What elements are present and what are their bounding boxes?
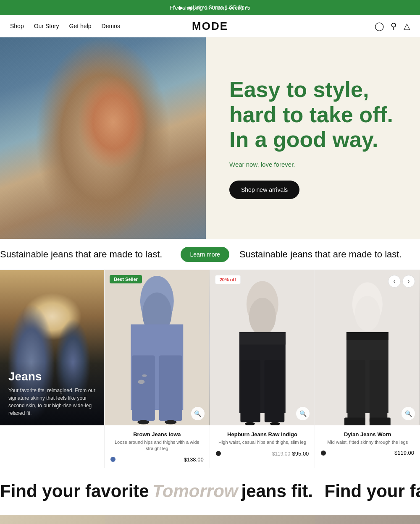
color-swatch-1[interactable] — [110, 457, 116, 462]
product-name-3: Dylan Jeans Worn — [321, 431, 414, 438]
svg-rect-25 — [348, 360, 365, 422]
text-banner-highlight-1: Tomorrow — [152, 481, 238, 501]
marquee-content: Sustainable jeans that are made to last.… — [0, 247, 410, 262]
svg-point-23 — [355, 296, 380, 331]
svg-point-19 — [245, 422, 255, 425]
color-swatch-3[interactable] — [321, 451, 326, 456]
featured-card-title: Jeans — [8, 370, 96, 383]
hero-cta-button[interactable]: Shop new arrivals — [229, 181, 299, 199]
featured-card-overlay: Jeans Your favorite fits, reimagined. Fr… — [0, 362, 104, 425]
hero-texture — [0, 37, 206, 239]
svg-rect-18 — [239, 332, 286, 345]
product-name-1: Brown Jeans Iowa — [110, 431, 204, 438]
zoom-button-3[interactable]: 🔍 — [402, 407, 415, 420]
product-image-2: 20% off 🔍 — [210, 270, 315, 425]
nav-shop[interactable]: Shop — [10, 23, 24, 29]
bottom-card-2[interactable] — [105, 515, 210, 524]
products-section: Jeans Your favorite fits, reimagined. Fr… — [0, 270, 420, 468]
svg-rect-29 — [370, 418, 391, 426]
nav-our-story[interactable]: Our Story — [34, 23, 59, 29]
product-desc-1: Loose around hips and thighs with a wide… — [110, 439, 204, 452]
product-footer-3: $119.00 — [321, 450, 414, 456]
product-card-1: Best Seller 🔍 Brown Jeans Iowa Loose aro… — [104, 270, 210, 468]
account-icon[interactable]: ◯ — [375, 21, 384, 31]
product-image-1: Best Seller 🔍 — [105, 270, 210, 425]
product-name-2: Hepburn Jeans Raw Indigo — [216, 431, 309, 438]
product-cards-container: ‹ › — [104, 270, 420, 468]
site-logo[interactable]: MODE — [192, 20, 228, 33]
bestseller-badge: Best Seller — [110, 275, 142, 283]
product-card-2: 20% off 🔍 Hepburn Jeans Raw Indigo High … — [210, 270, 315, 468]
svg-rect-7 — [159, 356, 182, 421]
svg-rect-26 — [370, 360, 387, 422]
product-image-3: 🔍 — [315, 270, 420, 425]
sale-badge: 20% off — [215, 275, 241, 284]
carousel-prev-button[interactable]: ‹ — [388, 275, 401, 288]
svg-point-8 — [138, 380, 144, 384]
bottom-card-4[interactable] — [315, 515, 420, 524]
text-banner-2: jeans fit. — [241, 481, 312, 501]
product-info-1: Brown Jeans Iowa Loose around hips and t… — [105, 425, 210, 468]
text-banner-3: Find your favorite — [325, 481, 420, 501]
text-banner-content: Find your favorite Tomorrow jeans fit. F… — [0, 481, 420, 501]
site-header: Shop Our Story Get help Demos MODE ◯ ⚲ △ — [0, 15, 420, 37]
bottom-card-3[interactable] — [210, 515, 315, 524]
product-info-2: Hepburn Jeans Raw Indigo High waist, cas… — [210, 425, 315, 462]
hero-tagline: Wear now, love forever. — [229, 161, 396, 168]
color-swatch-2[interactable] — [216, 451, 221, 456]
svg-rect-27 — [346, 332, 388, 340]
carousel-nav: ‹ › — [388, 275, 415, 288]
product-2-illustration — [210, 270, 315, 425]
product-1-illustration — [105, 270, 210, 425]
product-desc-2: High waist, casual hips and thighs, slim… — [216, 439, 309, 445]
bottom-category-row — [0, 515, 420, 524]
nav-get-help[interactable]: Get help — [69, 23, 92, 29]
zoom-button-1[interactable]: 🔍 — [191, 407, 205, 420]
announcement-bar: f ▶ ◉ Free shipping on orders over $75 U… — [0, 0, 420, 15]
svg-point-10 — [137, 420, 149, 424]
product-card-3: 🔍 Dylan Jeans Worn Mid waist, fitted ski… — [315, 270, 420, 468]
product-info-3: Dylan Jeans Worn Mid waist, fitted skinn… — [315, 425, 420, 461]
hero-headline: Easy to style, hard to take off. In a go… — [229, 77, 396, 152]
featured-card-description: Your favorite fits, reimagined. From our… — [8, 387, 96, 417]
hero-section: Easy to style, hard to take off. In a go… — [0, 37, 420, 239]
product-footer-2: $119.00 $95.00 — [216, 450, 309, 457]
learn-more-button[interactable]: Learn more — [181, 247, 229, 262]
bottom-card-1[interactable] — [0, 515, 105, 524]
product-price-3: $119.00 — [394, 450, 414, 456]
svg-point-14 — [249, 298, 276, 335]
nav-right: ◯ ⚲ △ — [375, 21, 410, 31]
hero-image — [0, 37, 206, 239]
cart-icon[interactable]: △ — [404, 21, 410, 31]
marquee-section: Sustainable jeans that are made to last.… — [0, 239, 420, 270]
product-price-1: $138.00 — [184, 456, 204, 463]
text-banner-1: Find your favorite — [0, 481, 149, 501]
svg-point-11 — [165, 420, 176, 424]
product-price-2: $119.00 $95.00 — [272, 450, 309, 457]
nav-left: Shop Our Story Get help Demos — [10, 23, 120, 29]
svg-rect-6 — [132, 356, 155, 421]
hero-content: Easy to style, hard to take off. In a go… — [206, 37, 420, 239]
featured-category-card: Jeans Your favorite fits, reimagined. Fr… — [0, 270, 104, 468]
svg-point-20 — [270, 422, 280, 425]
svg-rect-28 — [344, 418, 365, 426]
product-3-illustration — [315, 270, 420, 425]
product-footer-1: $138.00 — [110, 456, 204, 463]
search-icon[interactable]: ⚲ — [391, 21, 397, 31]
text-banner: Find your favorite Tomorrow jeans fit. F… — [0, 468, 420, 511]
nav-demos[interactable]: Demos — [102, 23, 120, 29]
featured-card-image: Jeans Your favorite fits, reimagined. Fr… — [0, 270, 104, 425]
svg-point-9 — [142, 375, 147, 377]
carousel-next-button[interactable]: › — [402, 275, 415, 288]
marquee-text-1: Sustainable jeans that are made to last. — [0, 249, 171, 260]
svg-rect-17 — [265, 360, 284, 422]
marquee-text-2: Sustainable jeans that are made to last. — [239, 249, 410, 260]
free-shipping-text: Free shipping on orders over $75 — [170, 5, 250, 11]
svg-rect-0 — [0, 37, 206, 239]
svg-rect-16 — [240, 360, 260, 422]
product-desc-3: Mid waist, fitted skinny through the leg… — [321, 439, 414, 445]
